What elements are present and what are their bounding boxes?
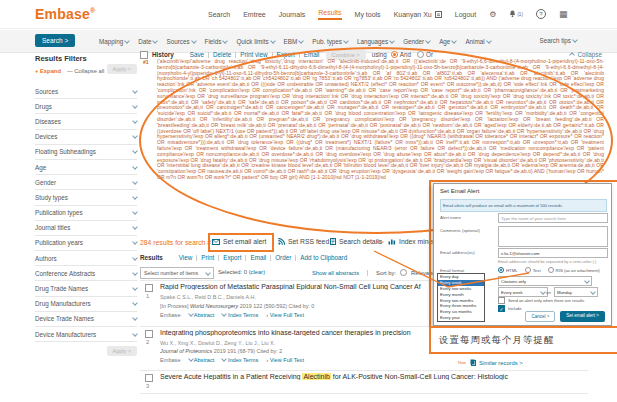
sidebar-item-gender[interactable]: Gender	[35, 175, 137, 190]
menu-languages[interactable]: Languages	[357, 38, 394, 45]
result-1-checkbox[interactable]	[145, 284, 153, 292]
email-link[interactable]: Email	[250, 254, 266, 261]
set-rss-feed-button[interactable]: Set RSS feed	[278, 238, 329, 245]
add-to-clipboard-link[interactable]: Add to Clipboard	[300, 254, 347, 261]
sidebar-item-device-trade-names[interactable]: Device Trade Names	[35, 312, 137, 327]
sidebar-item-journal-titles[interactable]: Journal titles	[35, 221, 137, 236]
logout-link[interactable]: Logout	[455, 11, 476, 18]
format-ris-option[interactable]: RIS (as an attachment)	[548, 267, 600, 273]
history-delete-link[interactable]: Delete	[213, 51, 231, 58]
grid-menu-icon[interactable]: ▦	[559, 9, 568, 19]
select-number-dropdown[interactable]: Select number of items	[140, 267, 214, 279]
sidebar-item-drug-trade-names[interactable]: Drug Trade Names	[35, 281, 137, 296]
sort-relevance-radio[interactable]	[400, 269, 407, 276]
index-miner-button[interactable]: New Index miner	[376, 238, 435, 245]
show-all-abstracts-link[interactable]: Show all abstracts	[312, 270, 359, 276]
result-1-source: [In Process] World Neurosurgery 2019 122…	[160, 303, 314, 309]
user-menu[interactable]: Kuanyan Xu	[394, 11, 442, 18]
menu-age[interactable]: Age	[439, 38, 456, 45]
index-terms-toggle[interactable]: Index Terms	[222, 312, 258, 318]
cancel-button[interactable]: Cancel >	[525, 311, 555, 322]
nav-my-tools[interactable]: My tools	[355, 11, 381, 18]
sidebar-item-publication-years[interactable]: Publication years	[35, 236, 137, 251]
gear-icon[interactable]: ⚙	[489, 10, 496, 19]
search-button[interactable]: Search >	[35, 34, 75, 47]
format-text-option[interactable]: Text	[525, 267, 541, 273]
sidebar-item-floating-subheadings[interactable]: Floating Subheadings	[35, 145, 137, 160]
sidebar-item-devices[interactable]: Devices	[35, 130, 137, 145]
export-link[interactable]: Export	[223, 254, 241, 261]
bell-icon[interactable]: (1)	[509, 10, 523, 18]
history-checkbox[interactable]	[140, 51, 148, 59]
sidebar-item-device-manufacturers[interactable]: Device Manufacturers	[35, 327, 137, 342]
sidebar-item-age[interactable]: Age	[35, 160, 137, 175]
expand-all-link[interactable]: + Expand	[35, 68, 61, 74]
set-email-alert-button[interactable]: Set email alert	[212, 238, 266, 245]
history-save-link[interactable]: Save	[190, 51, 204, 58]
sidebar-item-drugs[interactable]: Drugs	[35, 99, 137, 114]
menu-label: Date	[138, 38, 151, 45]
result-2-checkbox[interactable]	[145, 330, 153, 338]
sidebar-item-drug-manufacturers[interactable]: Drug Manufacturers	[35, 297, 137, 312]
set-email-alert-submit-button[interactable]: Set email alert >	[560, 311, 605, 322]
search-query-text[interactable]: ('alectinib'/exp/'adverse drug reaction'…	[157, 59, 604, 181]
apply-filters-button-top[interactable]: Apply >	[107, 64, 138, 74]
menu-quick-limits[interactable]: Quick limits	[236, 38, 274, 45]
index-terms-toggle[interactable]: Index Terms	[222, 357, 258, 363]
include-option[interactable]: Include	[498, 305, 522, 312]
sidebar-item-authors[interactable]: Authors	[35, 251, 137, 266]
sidebar-item-diseases[interactable]: Diseases	[35, 114, 137, 129]
result-3-checkbox[interactable]	[145, 374, 153, 382]
dialog-title: Set Email Alert	[440, 188, 479, 194]
history-row-number: #1	[143, 59, 149, 65]
format-html-option[interactable]: HTML	[498, 267, 518, 273]
embase-logo[interactable]: Embase®	[35, 6, 95, 22]
apply-filters-button-bottom[interactable]: Apply >	[107, 346, 138, 356]
menu-fields[interactable]: Fields	[205, 38, 228, 45]
collapse-all-link[interactable]: — Collapse all	[67, 68, 104, 74]
sidebar-item-study-types[interactable]: Study types	[35, 190, 137, 205]
nav-search[interactable]: Search	[208, 11, 230, 18]
menu-gender[interactable]: Gender	[403, 38, 430, 45]
help-icon[interactable]: ?	[536, 9, 546, 19]
combine-or-radio[interactable]	[417, 51, 424, 58]
day-dropdown[interactable]: Monday	[554, 287, 598, 297]
menu-pub-types[interactable]: Pub. types	[312, 38, 348, 45]
content-dropdown[interactable]: Citations only	[498, 276, 592, 286]
abstract-toggle[interactable]: Abstract	[189, 312, 215, 318]
view-link[interactable]: View	[179, 254, 193, 261]
nav-results[interactable]: Results	[318, 9, 341, 20]
email-address-input[interactable]	[498, 248, 608, 258]
search-details-button[interactable]: Search details	[330, 238, 382, 245]
history-email-link[interactable]: Email	[304, 51, 320, 58]
view-full-text-link[interactable]: › View Full Text	[266, 312, 304, 318]
combine-and-radio[interactable]	[391, 51, 398, 58]
clear-selection-link[interactable]: (clear)	[249, 269, 265, 275]
history-export-link[interactable]: Export	[277, 51, 295, 58]
sidebar-item-sources[interactable]: Sources	[35, 84, 137, 99]
result-3-title[interactable]: Severe Acute Hepatitis in a Patient Rece…	[160, 373, 590, 380]
alert-name-input[interactable]	[498, 213, 608, 223]
view-full-text-link[interactable]: › View Full Text	[266, 357, 304, 363]
comments-textarea[interactable]	[498, 226, 608, 247]
history-print-view-link[interactable]: Print view	[240, 51, 267, 58]
abstract-toggle[interactable]: Abstract	[189, 357, 215, 363]
alert-only-option[interactable]: Send an alert only when there are result…	[498, 297, 584, 304]
frequency-option-every-year[interactable]: Every year	[438, 315, 484, 321]
menu-mapping[interactable]: Mapping	[99, 38, 129, 45]
print-link[interactable]: Print	[201, 254, 214, 261]
sidebar-item-publication-types[interactable]: Publication types	[35, 206, 137, 221]
collapse-history-link[interactable]: Collapse	[570, 51, 602, 58]
frequency-dropdown[interactable]: Every week	[498, 287, 548, 297]
menu-date[interactable]: Date	[138, 38, 157, 45]
nav-emtree[interactable]: Emtree	[243, 11, 266, 18]
order-link[interactable]: Order	[275, 254, 291, 261]
menu-sources[interactable]: Sources	[166, 38, 195, 45]
menu-ebm[interactable]: EBM	[284, 38, 304, 45]
alert-name-label: Alert name	[440, 215, 461, 220]
nav-journals[interactable]: Journals	[279, 11, 305, 18]
search-tips-link[interactable]: Search tips	[540, 37, 578, 44]
sidebar-item-conference-abstracts[interactable]: Conference Abstracts	[35, 266, 137, 281]
menu-animal[interactable]: Animal	[465, 38, 490, 45]
similar-records-button[interactable]: New Similar records >	[458, 359, 523, 366]
